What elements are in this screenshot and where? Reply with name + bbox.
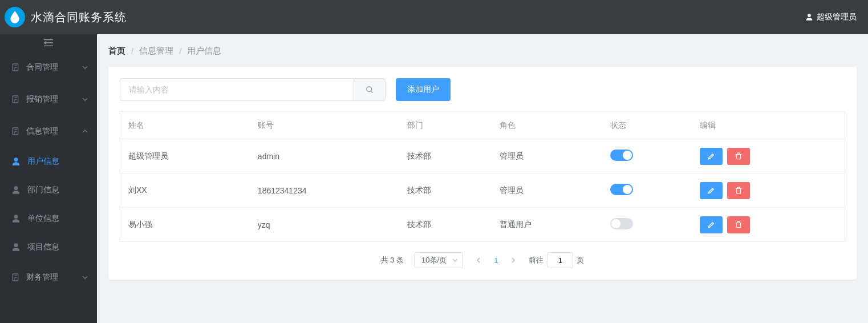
breadcrumb: 首页 / 信息管理 / 用户信息 [108, 46, 857, 56]
svg-line-20 [371, 91, 372, 92]
search-button[interactable] [354, 78, 386, 101]
cell-account: admin [250, 139, 399, 173]
collapse-button[interactable] [0, 34, 97, 51]
cell-account: 18612341234 [250, 173, 399, 208]
toolbar: 添加用户 [120, 78, 845, 101]
breadcrumb-home[interactable]: 首页 [108, 46, 125, 56]
cell-dept: 技术部 [399, 208, 492, 242]
chevron-down-icon [82, 95, 88, 104]
table-row: 刘XX18612341234技术部管理员 [120, 173, 845, 208]
chevron-down-icon [452, 256, 458, 265]
user-icon [11, 157, 22, 166]
delete-button[interactable] [727, 216, 750, 233]
col-name: 姓名 [120, 112, 250, 139]
trash-icon [735, 221, 743, 229]
user-name: 超级管理员 [817, 12, 857, 22]
edit-icon [707, 221, 715, 229]
goto-group: 前往 页 [529, 252, 584, 268]
sidebar-item-contract[interactable]: 合同管理 [0, 51, 97, 83]
page-size-select[interactable]: 10条/页 [414, 252, 463, 268]
sidebar-item-label: 合同管理 [26, 62, 58, 72]
svg-rect-22 [736, 188, 740, 193]
document-icon [10, 63, 21, 72]
goto-suffix: 页 [577, 255, 584, 265]
sidebar-subitem-userinfo[interactable]: 用户信息 [0, 147, 97, 176]
sidebar-item-finance[interactable]: 财务管理 [0, 261, 97, 293]
sidebar-subitem-deptinfo[interactable]: 部门信息 [0, 176, 97, 204]
next-page-button[interactable] [508, 254, 518, 267]
search-icon [366, 86, 374, 94]
user-table: 姓名 账号 部门 角色 状态 编辑 超级管理员admin技术部管理员刘XX186… [120, 111, 845, 242]
delete-button[interactable] [727, 148, 750, 165]
pagination-total: 共 3 条 [381, 255, 404, 265]
trash-icon [735, 187, 743, 195]
edit-icon [707, 152, 715, 160]
header-left: 水滴合同账务系统 [5, 7, 127, 27]
delete-button[interactable] [727, 182, 750, 199]
status-switch[interactable] [610, 150, 633, 161]
chevron-up-icon [82, 127, 88, 136]
table-row: 超级管理员admin技术部管理员 [120, 139, 845, 173]
col-status: 状态 [602, 112, 692, 139]
cell-dept: 技术部 [399, 173, 492, 208]
breadcrumb-crumb[interactable]: 信息管理 [139, 46, 173, 56]
search-input[interactable] [120, 78, 354, 101]
cell-role: 普通用户 [492, 208, 602, 242]
goto-input[interactable] [547, 252, 573, 268]
pagination: 共 3 条 10条/页 1 前往 页 [120, 252, 845, 268]
cell-status [602, 173, 692, 208]
cell-status [602, 208, 692, 242]
table-header-row: 姓名 账号 部门 角色 状态 编辑 [120, 112, 845, 139]
sidebar-subitem-label: 用户信息 [27, 156, 59, 167]
sidebar: 合同管理 报销管理 信息管理 用户信息 部门信息 单位信息 项目信息 [0, 34, 97, 323]
user-icon [11, 214, 22, 223]
app-title: 水滴合同账务系统 [31, 10, 127, 25]
add-user-button[interactable]: 添加用户 [396, 78, 451, 101]
trash-icon [735, 152, 743, 160]
user-icon [11, 243, 22, 252]
sidebar-subitem-unitinfo[interactable]: 单位信息 [0, 204, 97, 233]
svg-rect-21 [736, 154, 740, 159]
cell-role: 管理员 [492, 173, 602, 208]
col-dept: 部门 [399, 112, 492, 139]
cell-name: 易小强 [120, 208, 250, 242]
user-menu[interactable]: 超级管理员 [805, 12, 857, 22]
edit-button[interactable] [700, 216, 723, 233]
sidebar-item-label: 信息管理 [26, 126, 58, 136]
app-logo [5, 7, 25, 27]
svg-rect-23 [736, 223, 740, 227]
breadcrumb-crumb: 用户信息 [187, 46, 221, 56]
document-icon [10, 127, 21, 136]
edit-button[interactable] [700, 148, 723, 165]
cell-actions [692, 208, 845, 242]
cell-account: yzq [250, 208, 399, 242]
svg-point-19 [366, 86, 371, 91]
goto-prefix: 前往 [529, 255, 543, 265]
breadcrumb-sep: / [179, 46, 181, 56]
breadcrumb-sep: / [131, 46, 133, 56]
app-header: 水滴合同账务系统 超级管理员 [0, 0, 868, 34]
page-number[interactable]: 1 [494, 256, 498, 265]
sidebar-subitem-label: 单位信息 [27, 213, 59, 224]
page-nav: 1 [473, 254, 518, 267]
sidebar-item-label: 财务管理 [26, 272, 58, 282]
status-switch[interactable] [610, 184, 633, 195]
content-card: 添加用户 姓名 账号 部门 角色 状态 编辑 超级管理员admin技术部管理员刘… [108, 67, 857, 280]
prev-page-button[interactable] [473, 254, 484, 267]
sidebar-subitem-projectinfo[interactable]: 项目信息 [0, 233, 97, 261]
edit-icon [707, 187, 715, 195]
edit-button[interactable] [700, 182, 723, 199]
sidebar-item-info[interactable]: 信息管理 [0, 115, 97, 147]
cell-actions [692, 173, 845, 208]
cell-name: 刘XX [120, 173, 250, 208]
sidebar-item-label: 报销管理 [26, 94, 58, 104]
col-role: 角色 [492, 112, 602, 139]
status-switch[interactable] [610, 218, 633, 229]
user-icon [805, 13, 813, 21]
user-icon [11, 185, 22, 195]
main-content: 首页 / 信息管理 / 用户信息 添加用户 姓名 账号 [97, 34, 868, 323]
chevron-down-icon [82, 63, 88, 72]
sidebar-subitem-label: 部门信息 [27, 185, 59, 195]
cell-status [602, 139, 692, 173]
sidebar-item-expense[interactable]: 报销管理 [0, 83, 97, 115]
